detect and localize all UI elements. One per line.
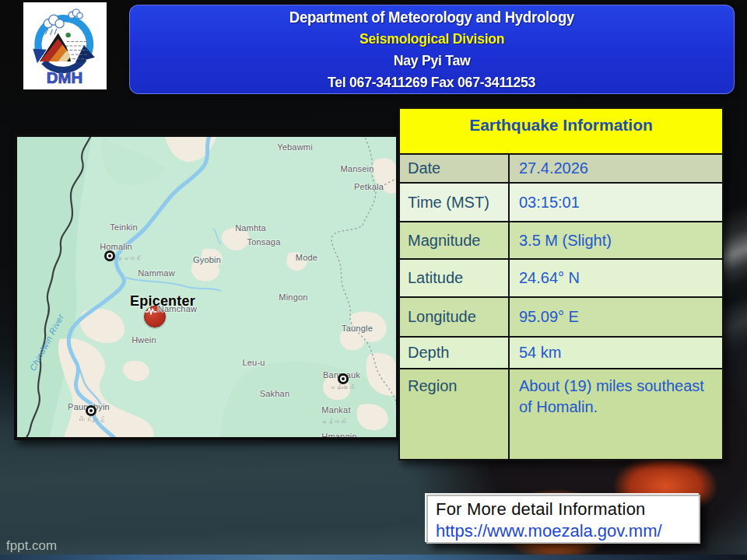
title-banner: Department of Meteorology and Hydrology … xyxy=(129,5,735,94)
row-label: Depth xyxy=(400,338,510,368)
city-title: Nay Pyi Taw xyxy=(394,50,471,72)
map-town-label: Petkala xyxy=(354,182,384,191)
map-town-label: Hwein xyxy=(132,335,156,345)
more-info-text: For More detail Information xyxy=(436,499,699,520)
dmh-logo: DMH xyxy=(23,2,107,89)
contact-line: Tel 067-3411269 Fax 067-3411253 xyxy=(328,72,535,93)
table-row: Depth54 km xyxy=(400,336,722,368)
map-town-label: Mansein xyxy=(341,164,374,173)
map-label-layer: Chindwin River Epicenter YebawmiManseinP… xyxy=(17,137,396,437)
seismograph-icon xyxy=(145,306,157,316)
fppt-watermark: fppt.com xyxy=(6,538,57,554)
row-value: 54 km xyxy=(510,338,722,368)
map-town-label: Leu-u xyxy=(242,358,265,367)
map-canvas: Chindwin River Epicenter YebawmiManseinP… xyxy=(17,137,396,437)
row-label: Date xyxy=(400,155,510,182)
table-title: Earthquake Information xyxy=(400,109,722,153)
map-town-label: Namchaw xyxy=(158,304,197,313)
row-label: Time (MST) xyxy=(400,184,510,221)
bottom-blue-strip xyxy=(0,555,747,560)
row-label: Longitude xyxy=(400,298,510,336)
table-row: Date27.4.2026 xyxy=(400,153,722,182)
table-row: Time (MST)03:15:01 xyxy=(400,182,722,221)
map-town-label: Homalin xyxy=(100,242,132,251)
earthquake-info-table: Earthquake Information Date27.4.2026Time… xyxy=(398,107,724,460)
town-marker-icon xyxy=(86,405,96,416)
logo-dmh-text: DMH xyxy=(47,69,82,86)
table-row: Longitude95.09° E xyxy=(400,296,722,336)
moezala-link[interactable]: https://www.moezala.gov.mm/ xyxy=(436,520,662,542)
map-town-label: Yebawmi xyxy=(277,142,313,152)
department-title: Department of Meteorology and Hydrology xyxy=(289,6,574,28)
division-title: Seismological Division xyxy=(359,28,504,50)
row-value: 3.5 M (Slight) xyxy=(510,222,722,258)
row-value: 95.09° E xyxy=(510,298,722,336)
map-town-label: Sakhan xyxy=(260,389,290,398)
row-value: About (19) miles southeast of Homalin. xyxy=(510,369,722,459)
map-town-label: Gyobin xyxy=(193,255,221,264)
map-town-label: Nammaw xyxy=(138,268,175,278)
earthquake-table-rows: Date27.4.2026Time (MST)03:15:01Magnitude… xyxy=(400,153,722,459)
table-row: Magnitude3.5 M (Slight) xyxy=(400,221,722,258)
row-label: Magnitude xyxy=(400,222,510,258)
map-town-label: Teinkin xyxy=(110,222,138,232)
map-town-label: Mode xyxy=(296,253,317,262)
row-value: 03:15:01 xyxy=(510,184,722,221)
map-town-label-burmese: ဗန်းမောက် xyxy=(329,384,355,391)
map-town-label: Mankat xyxy=(321,405,350,415)
map-town-label: Mingon xyxy=(279,292,307,302)
map-town-label: Namhta xyxy=(235,223,266,233)
map-town-label-burmese: မန်ကတ် xyxy=(321,418,346,425)
map-town-label: Hmangin xyxy=(321,432,356,437)
table-row: RegionAbout (19) miles southeast of Homa… xyxy=(400,368,722,459)
logo-tree-icon xyxy=(65,33,70,37)
epicenter-map: Chindwin River Epicenter YebawmiManseinP… xyxy=(14,134,399,440)
table-row: Latitude24.64° N xyxy=(400,258,722,296)
row-label: Region xyxy=(400,369,510,459)
town-marker-icon xyxy=(104,250,115,261)
river-label: Chindwin River xyxy=(28,312,66,372)
row-value: 24.64° N xyxy=(510,260,722,296)
map-town-label: Taungle xyxy=(342,324,373,333)
row-value: 27.4.2026 xyxy=(510,155,722,182)
dmh-logo-icon: DMH xyxy=(26,5,103,87)
map-town-label-burmese: ပေါင်းပျဉ် xyxy=(79,416,105,423)
town-marker-icon xyxy=(338,373,349,384)
map-town-label: Tonsaga xyxy=(247,237,281,247)
more-info-box: For More detail Information https://www.… xyxy=(426,495,700,544)
row-label: Latitude xyxy=(400,260,510,296)
